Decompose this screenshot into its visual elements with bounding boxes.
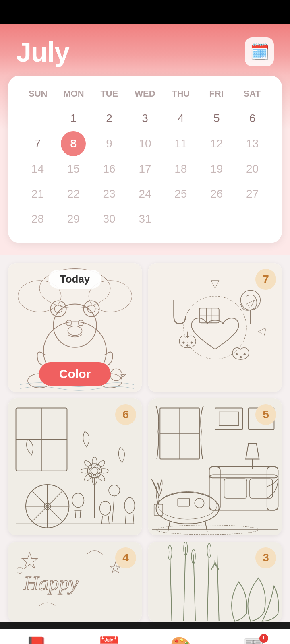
day4-coloring-card[interactable]: Happy 4 <box>8 542 142 622</box>
svg-rect-64 <box>209 475 278 510</box>
svg-line-87 <box>217 553 219 621</box>
cal-day-13: 13 <box>246 132 259 156</box>
cal-day-14: 14 <box>31 157 44 181</box>
svg-point-12 <box>68 326 82 335</box>
news-icon-wrap: 📰 ! <box>243 636 265 644</box>
cal-day-23: 23 <box>103 182 116 206</box>
svg-line-85 <box>193 555 195 621</box>
cal-header-mon: MON <box>56 85 92 102</box>
cal-day-25: 25 <box>174 182 187 206</box>
myfeed-icon: 🎨 <box>170 636 193 644</box>
calendar-card: SUN MON TUE WED THU FRI SAT 1 2 3 4 5 6 … <box>0 76 290 255</box>
day4-badge: 4 <box>115 547 136 568</box>
nav-item-daily[interactable]: 📅 Daily <box>72 636 145 644</box>
svg-line-86 <box>207 549 209 621</box>
cal-header-wed: WED <box>127 85 163 102</box>
svg-point-27 <box>240 356 242 358</box>
svg-point-45 <box>92 457 97 466</box>
day3-badge: 3 <box>255 547 276 568</box>
svg-point-55 <box>100 501 111 515</box>
cal-header-fri: FRI <box>199 85 234 102</box>
day5-badge: 5 <box>255 404 276 425</box>
cal-day-22: 22 <box>67 182 80 206</box>
cal-day-18: 18 <box>174 157 187 181</box>
cal-header-sun: SUN <box>20 85 56 102</box>
cal-day-11: 11 <box>174 132 187 156</box>
svg-rect-62 <box>219 412 239 425</box>
svg-point-71 <box>158 492 217 519</box>
day5-art: 5 <box>148 398 282 535</box>
nav-item-news[interactable]: 📰 ! News <box>218 636 290 644</box>
day7-coloring-card[interactable]: 7 <box>148 263 282 392</box>
day3-art: 3 <box>148 542 282 622</box>
library-icon: 📕 <box>25 636 48 644</box>
today-coloring-card[interactable]: Today Color <box>8 263 142 392</box>
svg-point-53 <box>109 485 120 496</box>
svg-point-81 <box>17 567 23 574</box>
cal-day-12: 12 <box>210 132 223 156</box>
svg-rect-68 <box>224 479 247 498</box>
cal-day-28: 28 <box>31 207 44 231</box>
cal-day-2: 2 <box>106 106 112 130</box>
day5-coloring-card[interactable]: 5 <box>148 398 282 535</box>
svg-point-23 <box>183 342 184 343</box>
daily-icon: 📅 <box>98 636 120 644</box>
month-title: July <box>16 36 69 68</box>
cal-day-19: 19 <box>210 157 223 181</box>
day6-badge: 6 <box>115 404 136 425</box>
calendar-icon-button[interactable]: 🗓️ <box>245 37 274 66</box>
cal-day-8-today: 8 <box>61 131 86 156</box>
cal-day-24: 24 <box>139 182 151 206</box>
content-area: Today Color <box>0 255 290 622</box>
nav-item-myfeed[interactable]: 🎨 My Feed <box>145 636 218 644</box>
header: July 🗓️ <box>0 24 290 76</box>
svg-point-41 <box>72 493 84 507</box>
svg-point-47 <box>99 469 108 473</box>
cal-day-3: 3 <box>142 106 148 130</box>
day6-art: 6 <box>8 398 142 535</box>
svg-point-25 <box>191 342 192 343</box>
cal-day-1: 1 <box>70 106 77 130</box>
status-bar <box>0 0 290 24</box>
color-button[interactable]: Color <box>39 362 111 386</box>
calendar-inner: SUN MON TUE WED THU FRI SAT 1 2 3 4 5 6 … <box>8 76 282 243</box>
svg-line-83 <box>170 551 172 621</box>
news-badge: ! <box>259 634 268 643</box>
cal-day-10: 10 <box>139 132 151 156</box>
partial-cards-row: Happy 4 <box>8 542 282 622</box>
svg-point-29 <box>240 290 260 310</box>
svg-rect-76 <box>154 504 163 515</box>
today-art: Today Color <box>8 263 142 392</box>
cal-day-26: 26 <box>210 182 223 206</box>
cal-day-29: 29 <box>67 207 80 231</box>
image-grid: Today Color <box>8 263 282 535</box>
cal-header-sat: SAT <box>234 85 270 102</box>
cal-day-16: 16 <box>103 157 116 181</box>
day7-badge: 7 <box>255 269 276 290</box>
svg-line-54 <box>112 496 114 522</box>
svg-rect-18 <box>199 308 219 323</box>
cal-header-thu: THU <box>163 85 199 102</box>
svg-point-75 <box>195 498 204 508</box>
day7-art: 7 <box>148 263 282 392</box>
cal-day-5: 5 <box>213 106 220 130</box>
svg-rect-66 <box>209 467 220 510</box>
svg-rect-74 <box>178 498 189 506</box>
svg-point-26 <box>236 353 238 355</box>
calendar-icon: 🗓️ <box>250 43 269 61</box>
svg-point-56 <box>124 497 135 513</box>
svg-rect-69 <box>250 479 273 498</box>
nav-item-library[interactable]: 📕 Library <box>0 636 72 644</box>
svg-point-43 <box>91 467 98 475</box>
cal-day-31: 31 <box>139 207 151 231</box>
svg-point-28 <box>244 353 245 355</box>
calendar-header-row: SUN MON TUE WED THU FRI SAT <box>20 85 270 102</box>
svg-point-51 <box>81 469 90 473</box>
day3-coloring-card[interactable]: 3 <box>148 542 282 622</box>
day6-coloring-card[interactable]: 6 <box>8 398 142 535</box>
cal-day-4: 4 <box>178 106 184 130</box>
svg-point-42 <box>87 464 102 478</box>
cal-day-17: 17 <box>139 157 151 181</box>
cal-header-tue: TUE <box>91 85 127 102</box>
cal-day-15: 15 <box>67 157 80 181</box>
